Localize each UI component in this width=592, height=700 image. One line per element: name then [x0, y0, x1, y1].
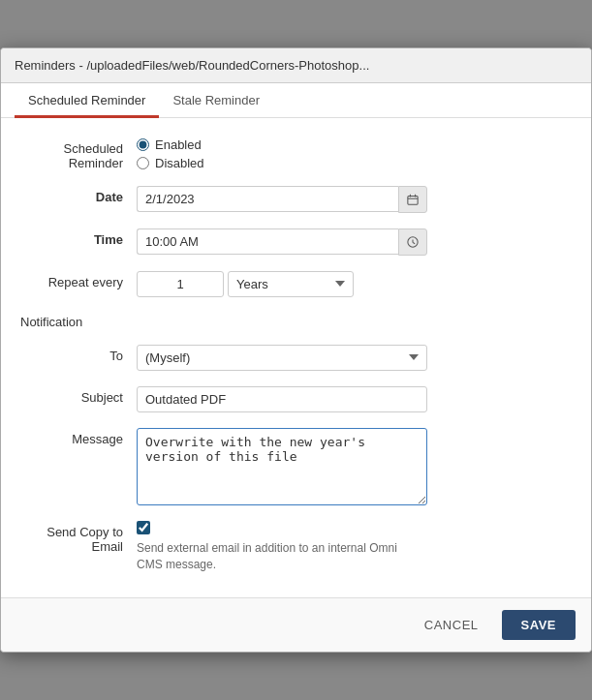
send-copy-helper: Send external email in addition to an in… [137, 540, 418, 573]
clock-icon [407, 235, 419, 249]
dialog: Reminders - /uploadedFiles/web/RoundedCo… [0, 47, 592, 654]
enabled-radio-label[interactable]: Enabled [137, 137, 204, 152]
date-wrap [137, 186, 572, 213]
to-select[interactable]: (Myself) [137, 345, 427, 371]
repeat-input-group: Days Weeks Months Years [137, 271, 354, 297]
save-button[interactable]: SAVE [502, 610, 576, 640]
date-row: Date [20, 186, 572, 213]
send-copy-checkbox-row [137, 521, 418, 534]
svg-rect-0 [408, 196, 418, 204]
cancel-button[interactable]: CANCEL [409, 610, 494, 640]
tab-scheduled[interactable]: Scheduled Reminder [15, 83, 159, 118]
date-input[interactable] [137, 186, 398, 212]
send-copy-checkbox[interactable] [137, 521, 150, 534]
repeat-wrap: Days Weeks Months Years [137, 271, 572, 297]
calendar-icon [407, 193, 419, 206]
date-input-group [137, 186, 427, 213]
repeat-row: Repeat every Days Weeks Months Years [20, 271, 572, 297]
time-label: Time [20, 228, 137, 247]
enabled-radio[interactable] [137, 138, 149, 151]
clock-button[interactable] [398, 228, 427, 256]
message-label: Message [20, 428, 137, 446]
svg-line-6 [413, 242, 415, 243]
to-label: To [20, 345, 137, 363]
scheduled-reminder-row: ScheduledReminder Enabled Disabled [20, 137, 572, 170]
subject-wrap [137, 386, 572, 412]
tabs: Scheduled Reminder Stale Reminder [1, 83, 591, 118]
send-copy-label: Send Copy toEmail [20, 521, 137, 554]
disabled-radio[interactable] [137, 157, 149, 169]
message-row: Message Overwrite with the new year's ve… [20, 428, 572, 505]
time-row: Time [20, 228, 572, 256]
dialog-footer: CANCEL SAVE [1, 597, 591, 652]
to-row: To (Myself) [20, 345, 572, 371]
send-copy-checkbox-group: Send external email in addition to an in… [137, 521, 418, 573]
subject-label: Subject [20, 386, 137, 405]
repeat-number-input[interactable] [137, 271, 224, 297]
repeat-label: Repeat every [20, 271, 137, 289]
time-input[interactable] [137, 228, 398, 255]
to-wrap: (Myself) [137, 345, 572, 371]
scheduled-reminder-label: ScheduledReminder [20, 137, 137, 170]
message-textarea[interactable]: Overwrite with the new year's version of… [137, 428, 427, 505]
reminder-radio-group: Enabled Disabled [137, 137, 204, 170]
reminder-status-wrap: Enabled Disabled [137, 137, 572, 170]
form-body: ScheduledReminder Enabled Disabled Date [1, 118, 591, 598]
subject-input[interactable] [137, 386, 427, 412]
message-wrap: Overwrite with the new year's version of… [137, 428, 572, 505]
time-input-group [137, 228, 427, 256]
calendar-button[interactable] [398, 186, 427, 213]
send-copy-wrap: Send external email in addition to an in… [137, 521, 572, 573]
disabled-radio-label[interactable]: Disabled [137, 156, 204, 170]
time-wrap [137, 228, 572, 256]
send-copy-row: Send Copy toEmail Send external email in… [20, 521, 572, 573]
tab-stale[interactable]: Stale Reminder [159, 83, 273, 118]
date-label: Date [20, 186, 137, 204]
dialog-title: Reminders - /uploadedFiles/web/RoundedCo… [1, 48, 591, 83]
notification-label: Notification [20, 313, 137, 329]
subject-row: Subject [20, 386, 572, 412]
notification-section-row: Notification [20, 313, 572, 329]
repeat-unit-select[interactable]: Days Weeks Months Years [228, 271, 354, 297]
